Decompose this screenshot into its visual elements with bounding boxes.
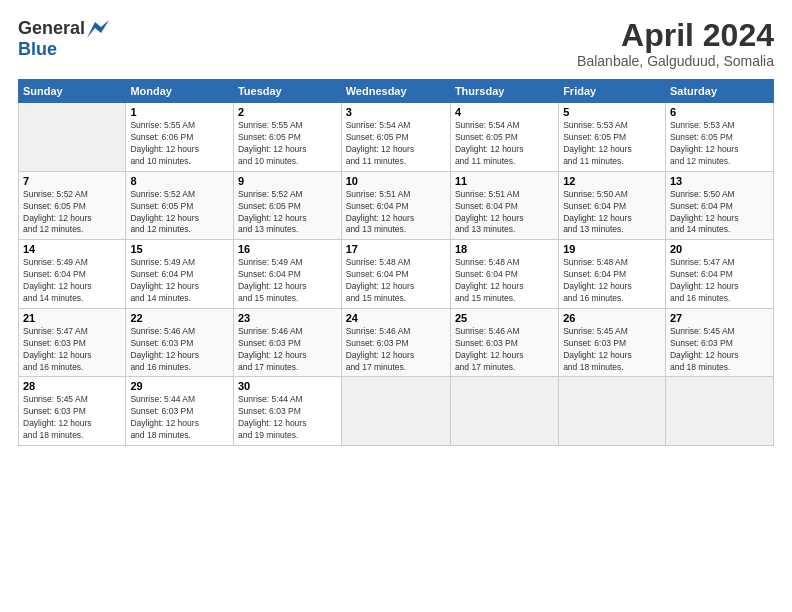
day-number: 9 — [238, 175, 337, 187]
table-row: 19Sunrise: 5:48 AM Sunset: 6:04 PM Dayli… — [559, 240, 666, 309]
day-number: 13 — [670, 175, 769, 187]
day-info: Sunrise: 5:45 AM Sunset: 6:03 PM Dayligh… — [670, 326, 769, 374]
col-friday: Friday — [559, 80, 666, 103]
table-row: 23Sunrise: 5:46 AM Sunset: 6:03 PM Dayli… — [233, 308, 341, 377]
day-number: 14 — [23, 243, 121, 255]
table-row: 13Sunrise: 5:50 AM Sunset: 6:04 PM Dayli… — [665, 171, 773, 240]
day-info: Sunrise: 5:55 AM Sunset: 6:05 PM Dayligh… — [238, 120, 337, 168]
day-info: Sunrise: 5:48 AM Sunset: 6:04 PM Dayligh… — [455, 257, 554, 305]
day-number: 29 — [130, 380, 229, 392]
day-info: Sunrise: 5:48 AM Sunset: 6:04 PM Dayligh… — [563, 257, 661, 305]
calendar-week-3: 14Sunrise: 5:49 AM Sunset: 6:04 PM Dayli… — [19, 240, 774, 309]
day-info: Sunrise: 5:46 AM Sunset: 6:03 PM Dayligh… — [238, 326, 337, 374]
logo: General Blue — [18, 18, 109, 60]
table-row — [450, 377, 558, 446]
logo-general-text: General — [18, 18, 85, 39]
table-row: 12Sunrise: 5:50 AM Sunset: 6:04 PM Dayli… — [559, 171, 666, 240]
day-number: 18 — [455, 243, 554, 255]
day-number: 3 — [346, 106, 446, 118]
col-monday: Monday — [126, 80, 234, 103]
table-row: 29Sunrise: 5:44 AM Sunset: 6:03 PM Dayli… — [126, 377, 234, 446]
day-info: Sunrise: 5:44 AM Sunset: 6:03 PM Dayligh… — [238, 394, 337, 442]
day-info: Sunrise: 5:50 AM Sunset: 6:04 PM Dayligh… — [670, 189, 769, 237]
day-number: 24 — [346, 312, 446, 324]
day-info: Sunrise: 5:51 AM Sunset: 6:04 PM Dayligh… — [346, 189, 446, 237]
table-row: 27Sunrise: 5:45 AM Sunset: 6:03 PM Dayli… — [665, 308, 773, 377]
day-info: Sunrise: 5:46 AM Sunset: 6:03 PM Dayligh… — [130, 326, 229, 374]
col-saturday: Saturday — [665, 80, 773, 103]
day-info: Sunrise: 5:44 AM Sunset: 6:03 PM Dayligh… — [130, 394, 229, 442]
day-number: 22 — [130, 312, 229, 324]
day-info: Sunrise: 5:47 AM Sunset: 6:03 PM Dayligh… — [23, 326, 121, 374]
day-number: 15 — [130, 243, 229, 255]
calendar-week-5: 28Sunrise: 5:45 AM Sunset: 6:03 PM Dayli… — [19, 377, 774, 446]
table-row: 5Sunrise: 5:53 AM Sunset: 6:05 PM Daylig… — [559, 103, 666, 172]
day-info: Sunrise: 5:54 AM Sunset: 6:05 PM Dayligh… — [455, 120, 554, 168]
day-number: 19 — [563, 243, 661, 255]
day-number: 26 — [563, 312, 661, 324]
day-number: 11 — [455, 175, 554, 187]
day-info: Sunrise: 5:53 AM Sunset: 6:05 PM Dayligh… — [563, 120, 661, 168]
col-wednesday: Wednesday — [341, 80, 450, 103]
table-row: 28Sunrise: 5:45 AM Sunset: 6:03 PM Dayli… — [19, 377, 126, 446]
logo-bird-icon — [87, 20, 109, 38]
table-row: 24Sunrise: 5:46 AM Sunset: 6:03 PM Dayli… — [341, 308, 450, 377]
calendar-week-1: 1Sunrise: 5:55 AM Sunset: 6:06 PM Daylig… — [19, 103, 774, 172]
month-title: April 2024 — [577, 18, 774, 53]
day-number: 6 — [670, 106, 769, 118]
day-number: 30 — [238, 380, 337, 392]
header: General Blue April 2024 Balanbale, Galgu… — [18, 18, 774, 69]
day-info: Sunrise: 5:46 AM Sunset: 6:03 PM Dayligh… — [455, 326, 554, 374]
table-row — [19, 103, 126, 172]
day-number: 16 — [238, 243, 337, 255]
table-row: 10Sunrise: 5:51 AM Sunset: 6:04 PM Dayli… — [341, 171, 450, 240]
table-row: 30Sunrise: 5:44 AM Sunset: 6:03 PM Dayli… — [233, 377, 341, 446]
day-info: Sunrise: 5:46 AM Sunset: 6:03 PM Dayligh… — [346, 326, 446, 374]
table-row: 17Sunrise: 5:48 AM Sunset: 6:04 PM Dayli… — [341, 240, 450, 309]
table-row: 21Sunrise: 5:47 AM Sunset: 6:03 PM Dayli… — [19, 308, 126, 377]
calendar-week-4: 21Sunrise: 5:47 AM Sunset: 6:03 PM Dayli… — [19, 308, 774, 377]
day-number: 7 — [23, 175, 121, 187]
table-row: 11Sunrise: 5:51 AM Sunset: 6:04 PM Dayli… — [450, 171, 558, 240]
calendar-week-2: 7Sunrise: 5:52 AM Sunset: 6:05 PM Daylig… — [19, 171, 774, 240]
table-row — [341, 377, 450, 446]
table-row: 7Sunrise: 5:52 AM Sunset: 6:05 PM Daylig… — [19, 171, 126, 240]
day-info: Sunrise: 5:47 AM Sunset: 6:04 PM Dayligh… — [670, 257, 769, 305]
table-row: 15Sunrise: 5:49 AM Sunset: 6:04 PM Dayli… — [126, 240, 234, 309]
table-row: 26Sunrise: 5:45 AM Sunset: 6:03 PM Dayli… — [559, 308, 666, 377]
day-info: Sunrise: 5:53 AM Sunset: 6:05 PM Dayligh… — [670, 120, 769, 168]
table-row: 20Sunrise: 5:47 AM Sunset: 6:04 PM Dayli… — [665, 240, 773, 309]
day-info: Sunrise: 5:45 AM Sunset: 6:03 PM Dayligh… — [563, 326, 661, 374]
day-info: Sunrise: 5:52 AM Sunset: 6:05 PM Dayligh… — [23, 189, 121, 237]
page: General Blue April 2024 Balanbale, Galgu… — [0, 0, 792, 612]
day-number: 4 — [455, 106, 554, 118]
col-thursday: Thursday — [450, 80, 558, 103]
day-info: Sunrise: 5:55 AM Sunset: 6:06 PM Dayligh… — [130, 120, 229, 168]
day-number: 17 — [346, 243, 446, 255]
day-number: 5 — [563, 106, 661, 118]
day-number: 20 — [670, 243, 769, 255]
day-number: 10 — [346, 175, 446, 187]
day-number: 8 — [130, 175, 229, 187]
title-section: April 2024 Balanbale, Galguduud, Somalia — [577, 18, 774, 69]
day-number: 12 — [563, 175, 661, 187]
day-info: Sunrise: 5:49 AM Sunset: 6:04 PM Dayligh… — [23, 257, 121, 305]
day-number: 21 — [23, 312, 121, 324]
day-number: 28 — [23, 380, 121, 392]
day-info: Sunrise: 5:52 AM Sunset: 6:05 PM Dayligh… — [238, 189, 337, 237]
table-row: 8Sunrise: 5:52 AM Sunset: 6:05 PM Daylig… — [126, 171, 234, 240]
day-number: 23 — [238, 312, 337, 324]
day-number: 2 — [238, 106, 337, 118]
col-tuesday: Tuesday — [233, 80, 341, 103]
day-info: Sunrise: 5:49 AM Sunset: 6:04 PM Dayligh… — [238, 257, 337, 305]
day-info: Sunrise: 5:51 AM Sunset: 6:04 PM Dayligh… — [455, 189, 554, 237]
table-row: 14Sunrise: 5:49 AM Sunset: 6:04 PM Dayli… — [19, 240, 126, 309]
table-row: 1Sunrise: 5:55 AM Sunset: 6:06 PM Daylig… — [126, 103, 234, 172]
calendar-table: Sunday Monday Tuesday Wednesday Thursday… — [18, 79, 774, 446]
logo-blue-text: Blue — [18, 39, 57, 60]
day-info: Sunrise: 5:45 AM Sunset: 6:03 PM Dayligh… — [23, 394, 121, 442]
subtitle: Balanbale, Galguduud, Somalia — [577, 53, 774, 69]
table-row: 9Sunrise: 5:52 AM Sunset: 6:05 PM Daylig… — [233, 171, 341, 240]
col-sunday: Sunday — [19, 80, 126, 103]
day-info: Sunrise: 5:52 AM Sunset: 6:05 PM Dayligh… — [130, 189, 229, 237]
